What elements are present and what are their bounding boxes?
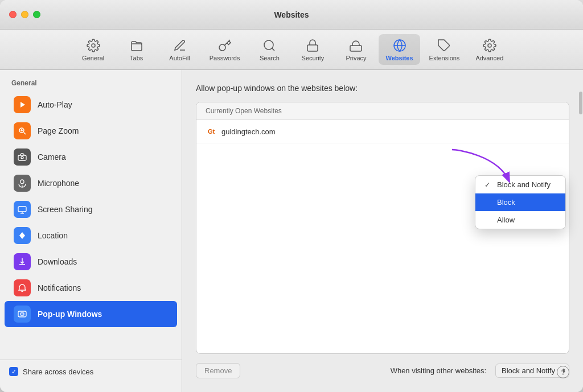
downloads-label: Downloads bbox=[38, 257, 77, 266]
screen-sharing-label: Screen Sharing bbox=[38, 205, 93, 214]
popup-windows-label: Pop-up Windows bbox=[38, 310, 102, 319]
advanced-label: Advanced bbox=[475, 55, 503, 61]
svg-marker-10 bbox=[20, 102, 25, 108]
svg-rect-23 bbox=[18, 311, 26, 317]
minimize-button[interactable] bbox=[21, 11, 28, 18]
toolbar-websites[interactable]: Websites bbox=[379, 34, 420, 65]
svg-rect-1 bbox=[132, 44, 142, 51]
toolbar-general[interactable]: General bbox=[73, 34, 114, 65]
table-body: Gt guidingtech.com bbox=[196, 120, 569, 353]
dropdown-item-block[interactable]: Block bbox=[475, 193, 565, 211]
share-label: Share across devices bbox=[23, 368, 93, 376]
tabs-label: Tabs bbox=[130, 55, 143, 61]
toolbar-advanced[interactable]: Advanced bbox=[469, 34, 510, 65]
safari-preferences-window: Websites General Tabs bbox=[0, 0, 583, 392]
general-icon bbox=[87, 38, 100, 53]
websites-icon bbox=[393, 38, 407, 53]
autofill-icon bbox=[173, 38, 187, 53]
toolbar-security[interactable]: Security bbox=[292, 34, 333, 65]
svg-point-2 bbox=[264, 40, 273, 49]
maximize-button[interactable] bbox=[33, 11, 40, 18]
autofill-label: AutoFill bbox=[169, 55, 190, 61]
advanced-icon bbox=[483, 38, 496, 53]
sidebar: General Auto-Play Page Zoom Came bbox=[0, 70, 182, 392]
tabs-icon bbox=[130, 38, 143, 53]
sidebar-item-screen-sharing[interactable]: Screen Sharing bbox=[5, 196, 177, 222]
general-label: General bbox=[82, 55, 104, 61]
svg-line-12 bbox=[24, 133, 26, 135]
sidebar-item-location[interactable]: Location bbox=[5, 222, 177, 249]
notifications-label: Notifications bbox=[38, 283, 81, 292]
auto-play-label: Auto-Play bbox=[38, 100, 72, 109]
share-across-devices[interactable]: ✓ Share across devices bbox=[0, 360, 182, 383]
toolbar-tabs[interactable]: Tabs bbox=[116, 34, 157, 65]
security-label: Security bbox=[302, 55, 325, 61]
bottom-bar: Remove When visiting other websites: Blo… bbox=[196, 363, 569, 378]
traffic-lights bbox=[9, 11, 40, 18]
toolbar-search[interactable]: Search bbox=[249, 34, 290, 65]
search-label: Search bbox=[260, 55, 280, 61]
popup-dropdown: ✓ Block and Notify Block Allow bbox=[475, 175, 566, 229]
svg-rect-24 bbox=[20, 313, 24, 315]
svg-line-3 bbox=[272, 48, 274, 51]
extensions-label: Extensions bbox=[429, 55, 460, 61]
remove-button[interactable]: Remove bbox=[196, 363, 240, 378]
dropdown-item-allow[interactable]: Allow bbox=[475, 211, 565, 229]
downloads-icon bbox=[14, 253, 31, 270]
security-icon bbox=[306, 38, 319, 53]
svg-rect-19 bbox=[18, 207, 26, 212]
sidebar-item-notifications[interactable]: Notifications bbox=[5, 275, 177, 301]
websites-label: Websites bbox=[385, 55, 413, 61]
sidebar-section-label: General bbox=[0, 79, 182, 92]
svg-rect-17 bbox=[20, 180, 24, 184]
main-content: Allow pop-up windows on the websites bel… bbox=[182, 70, 583, 392]
sidebar-item-popup-windows[interactable]: Pop-up Windows bbox=[5, 301, 177, 327]
toolbar: General Tabs AutoFill P bbox=[0, 30, 583, 70]
window-title: Websites bbox=[9, 10, 574, 19]
svg-point-16 bbox=[21, 156, 23, 159]
microphone-icon bbox=[14, 175, 31, 192]
svg-point-9 bbox=[488, 44, 491, 47]
sidebar-item-camera[interactable]: Camera bbox=[5, 144, 177, 170]
toolbar-passwords[interactable]: Passwords bbox=[203, 34, 247, 65]
microphone-label: Microphone bbox=[38, 179, 79, 188]
site-favicon: Gt bbox=[206, 126, 217, 137]
auto-play-icon bbox=[14, 96, 31, 113]
table-row[interactable]: Gt guidingtech.com bbox=[196, 120, 569, 143]
location-icon bbox=[14, 227, 31, 244]
sidebar-item-microphone[interactable]: Microphone bbox=[5, 170, 177, 196]
privacy-icon bbox=[349, 38, 363, 53]
extensions-icon bbox=[437, 38, 451, 53]
popup-windows-icon bbox=[14, 306, 31, 323]
svg-point-0 bbox=[92, 44, 95, 47]
site-name: guidingtech.com bbox=[221, 127, 560, 136]
other-sites-label: When visiting other websites: bbox=[391, 366, 486, 375]
toolbar-autofill[interactable]: AutoFill bbox=[159, 34, 200, 65]
dropdown-item-block-and-notify[interactable]: ✓ Block and Notify bbox=[475, 176, 565, 193]
camera-label: Camera bbox=[38, 152, 66, 162]
svg-rect-5 bbox=[350, 46, 362, 51]
page-zoom-label: Page Zoom bbox=[38, 126, 79, 135]
passwords-icon bbox=[218, 38, 232, 53]
search-icon bbox=[262, 38, 276, 53]
notifications-icon bbox=[14, 279, 31, 296]
help-button[interactable]: ? bbox=[557, 366, 569, 378]
passwords-label: Passwords bbox=[210, 55, 240, 61]
sidebar-item-downloads[interactable]: Downloads bbox=[5, 249, 177, 275]
titlebar: Websites bbox=[0, 0, 583, 30]
location-label: Location bbox=[38, 231, 68, 240]
camera-icon bbox=[14, 148, 31, 166]
svg-rect-4 bbox=[307, 45, 318, 51]
main-title: Allow pop-up windows on the websites bel… bbox=[196, 84, 569, 93]
sidebar-item-auto-play[interactable]: Auto-Play bbox=[5, 92, 177, 118]
share-checkbox[interactable]: ✓ bbox=[9, 367, 18, 376]
privacy-label: Privacy bbox=[346, 55, 366, 61]
table-header: Currently Open Websites bbox=[196, 102, 569, 120]
screen-sharing-icon bbox=[14, 201, 31, 218]
toolbar-privacy[interactable]: Privacy bbox=[335, 34, 376, 65]
sidebar-item-page-zoom[interactable]: Page Zoom bbox=[5, 118, 177, 144]
close-button[interactable] bbox=[9, 11, 17, 18]
toolbar-extensions[interactable]: Extensions bbox=[422, 34, 467, 65]
content-area: General Auto-Play Page Zoom Came bbox=[0, 70, 583, 392]
page-zoom-icon bbox=[14, 122, 31, 139]
